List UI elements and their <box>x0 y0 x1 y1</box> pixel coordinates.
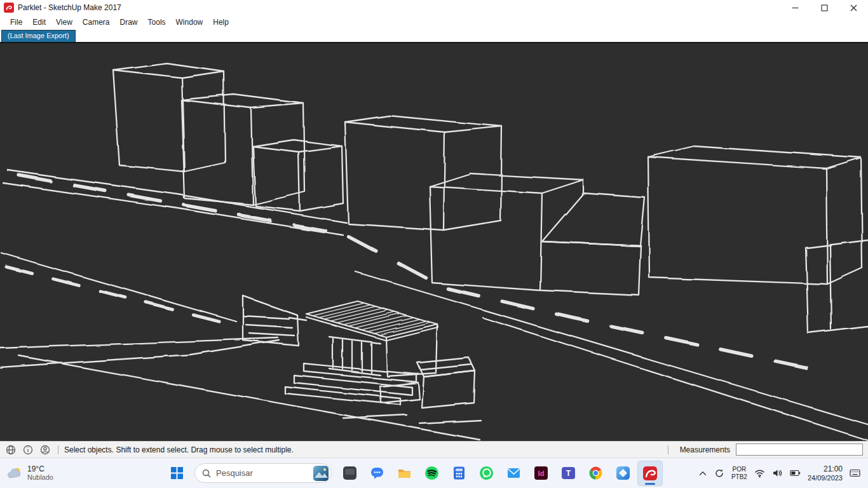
window-title: Parklet - SketchUp Make 2017 <box>18 3 121 12</box>
language-indicator[interactable]: POR PTB2 <box>731 466 747 481</box>
menu-edit[interactable]: Edit <box>27 17 51 28</box>
close-icon <box>850 4 857 11</box>
system-tray: POR PTB2 21:00 24/09/2023 <box>698 458 868 488</box>
title-bar: Parklet - SketchUp Make 2017 <box>0 0 868 15</box>
volume-icon[interactable] <box>772 468 783 478</box>
minimize-icon <box>792 4 799 11</box>
taskbar-icon-calculator[interactable] <box>446 461 471 486</box>
calculator-icon <box>451 465 467 481</box>
taskbar-icon-mail[interactable] <box>501 461 526 486</box>
sketchup-logo-icon <box>4 3 14 13</box>
tray-clock[interactable]: 21:00 24/09/2023 <box>808 464 843 482</box>
chrome-icon <box>588 465 604 481</box>
file-explorer-icon <box>397 465 412 481</box>
statusbar-divider <box>58 445 58 454</box>
menu-tools[interactable]: Tools <box>143 17 171 28</box>
info-icon[interactable] <box>22 444 34 456</box>
taskbar-icon-chat[interactable] <box>364 461 390 486</box>
cloudy-weather-icon <box>6 465 23 482</box>
whatsapp-icon <box>478 465 494 481</box>
weather-widget[interactable]: 19°C Nublado <box>0 464 53 482</box>
update-arrow-icon[interactable] <box>714 468 724 478</box>
menu-draw[interactable]: Draw <box>115 17 143 28</box>
menu-window[interactable]: Window <box>171 17 208 28</box>
scene-tab-row: (Last Image Export) <box>0 29 868 42</box>
teams-icon: T <box>560 465 576 481</box>
weather-condition: Nublado <box>27 473 53 482</box>
touch-keyboard-icon[interactable] <box>850 468 860 478</box>
taskbar-icon-dark-app[interactable] <box>337 461 362 486</box>
measurements-input[interactable] <box>736 444 863 456</box>
wifi-icon[interactable] <box>754 468 765 478</box>
status-bar: Select objects. Shift to extend select. … <box>0 441 868 458</box>
windows-taskbar: 19°C Nublado <box>0 458 868 488</box>
measurements-area: Measurements <box>667 444 863 456</box>
dark-app-icon <box>342 465 358 481</box>
start-button[interactable] <box>164 461 189 486</box>
chat-icon <box>369 465 385 481</box>
taskbar-icon-spotify[interactable] <box>419 461 444 486</box>
status-hint-text: Select objects. Shift to extend select. … <box>64 445 294 454</box>
taskbar-icon-file-explorer[interactable] <box>391 461 417 486</box>
taskbar-icon-chrome[interactable] <box>583 461 608 486</box>
taskbar-icon-sketchup[interactable] <box>637 461 663 486</box>
geolocation-icon[interactable] <box>5 444 17 456</box>
tray-time: 21:00 <box>808 464 843 473</box>
tray-date: 24/09/2023 <box>808 473 843 482</box>
spotify-icon <box>424 465 440 481</box>
search-icon <box>202 469 211 478</box>
menu-file[interactable]: File <box>5 17 27 28</box>
language-secondary: PTB2 <box>731 473 747 481</box>
sketch-drawing <box>0 43 868 441</box>
tray-chevron-up-icon[interactable] <box>698 469 707 478</box>
maximize-icon <box>821 4 828 11</box>
indesign-icon: Id <box>533 465 549 481</box>
minimize-button[interactable] <box>780 0 810 15</box>
window-controls <box>780 0 868 15</box>
menu-view[interactable]: View <box>51 17 78 28</box>
taskbar-icon-indesign[interactable]: Id <box>528 461 553 486</box>
photos-icon <box>615 465 631 481</box>
close-button[interactable] <box>839 0 868 15</box>
measurements-label: Measurements <box>680 445 730 454</box>
sketchup-icon <box>642 465 658 482</box>
windows-start-icon <box>171 467 183 479</box>
battery-icon[interactable] <box>790 468 801 478</box>
measurements-divider <box>668 445 668 454</box>
search-highlight-image[interactable] <box>313 466 329 481</box>
teams-glyph: T <box>566 469 571 478</box>
menu-camera[interactable]: Camera <box>78 17 115 28</box>
taskbar-search[interactable] <box>194 463 332 483</box>
scene-tab-last-image-export[interactable]: (Last Image Export) <box>1 30 76 42</box>
mail-icon <box>506 465 522 481</box>
taskbar-icon-whatsapp[interactable] <box>473 461 499 486</box>
taskbar-center-icons: Id T <box>164 458 663 488</box>
account-icon[interactable] <box>39 444 51 456</box>
menu-help[interactable]: Help <box>208 17 234 28</box>
model-viewport[interactable] <box>0 42 868 441</box>
maximize-button[interactable] <box>810 0 839 15</box>
taskbar-icon-teams[interactable]: T <box>555 461 581 486</box>
language-primary: POR <box>731 466 747 473</box>
weather-temperature: 19°C <box>27 464 53 473</box>
indesign-glyph: Id <box>538 470 544 477</box>
menu-bar: File Edit View Camera Draw Tools Window … <box>0 15 868 29</box>
taskbar-icon-photos[interactable] <box>610 461 635 486</box>
search-input[interactable] <box>216 468 308 478</box>
